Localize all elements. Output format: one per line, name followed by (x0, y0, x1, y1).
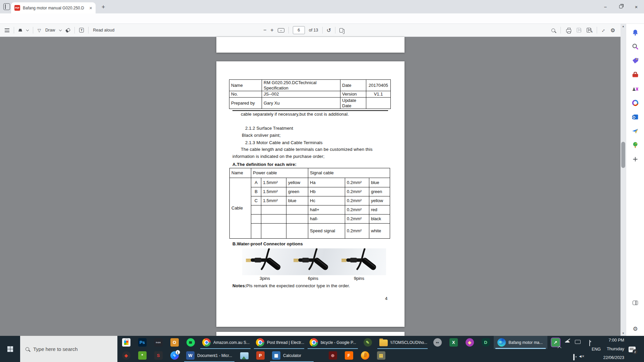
excel-taskbar-button[interactable]: X (445, 336, 462, 349)
toolbar-divider (288, 27, 289, 34)
scrollbar-thumb[interactable] (621, 142, 625, 168)
rotate-icon[interactable]: ↺ (327, 27, 331, 34)
window-minimize-button[interactable]: − (598, 0, 613, 13)
firefox-taskbar-button[interactable] (357, 349, 373, 362)
page-number-input[interactable]: 6 (293, 26, 305, 34)
sidebar-toolbox-icon[interactable] (631, 71, 639, 79)
sticky-notes-taskbar-button[interactable]: ▤ (373, 349, 389, 362)
zoom-in-icon[interactable]: + (270, 27, 273, 33)
sidebar-search-icon[interactable] (631, 43, 639, 51)
tray-display-cast-icon[interactable] (575, 340, 581, 344)
tray-notification-center-icon[interactable]: 2 (629, 347, 636, 352)
sidebar-drop-paper-plane-icon[interactable] (631, 127, 639, 135)
sidebar-notifications-bell-icon[interactable] (631, 28, 639, 37)
chrome-window-post-thread-taskbar-button[interactable]: Post thread | Electr... (252, 336, 306, 349)
highlighter-chevron-icon[interactable] (26, 28, 29, 31)
eraser-icon[interactable] (65, 28, 71, 33)
purple-app-taskbar-button[interactable]: ◈ (462, 336, 478, 349)
fusion360-icon: F (345, 351, 353, 360)
highlighter-icon[interactable] (18, 29, 22, 32)
read-aloud-button[interactable]: Read aloud (93, 28, 114, 33)
fusion360-taskbar-button[interactable]: F (341, 349, 357, 362)
sidebar-microsoft365-icon[interactable] (631, 99, 639, 107)
tray-clock-time[interactable]: 7:00 PM (602, 338, 624, 343)
connector-options-heading: B.Water-proof Connector options (232, 241, 303, 246)
outlook-classic-taskbar-button[interactable]: O (166, 336, 182, 349)
photoshop-taskbar-button[interactable]: Ps (134, 336, 150, 349)
red-s-app-taskbar-button[interactable]: S (150, 349, 166, 362)
draw-button[interactable]: Draw (45, 28, 55, 33)
table-of-contents-icon[interactable] (5, 28, 9, 32)
draw-chevron-icon[interactable] (59, 28, 62, 31)
sidebar-games-chess-icon[interactable]: ♟♜ (631, 85, 639, 93)
spotify-taskbar-button[interactable]: ≋ (182, 336, 199, 349)
tray-language-label[interactable]: ENG (592, 347, 601, 352)
scroll-up-arrow-icon[interactable]: ▲ (621, 24, 626, 29)
browser-tab-active[interactable]: PDF Bafang motor manual G020.250.D × (11, 2, 96, 13)
red-gem-app-taskbar-button[interactable]: ◆ (118, 349, 134, 362)
save-icon[interactable] (577, 28, 581, 33)
save-as-icon[interactable]: ✎ (587, 28, 591, 33)
microsoft-store-taskbar-button[interactable] (118, 336, 134, 349)
windows-taskbar: Type here to search PsnoxO≋Amazon.com.au… (0, 336, 644, 362)
chrome-window-amazon-taskbar-button[interactable]: Amazon.com.au S... (199, 336, 252, 349)
taskbar-search-box[interactable]: Type here to search (20, 336, 117, 362)
calculator-window-taskbar-button[interactable]: ▦Calculator (268, 349, 315, 362)
start-button[interactable] (0, 336, 20, 362)
fullscreen-expand-icon[interactable]: ↕ (601, 27, 606, 33)
tray-onedrive-paused-icon[interactable]: ☁ (565, 338, 570, 344)
spec-table-cell: Prepared by (229, 98, 262, 109)
zoom-out-icon[interactable]: − (263, 27, 266, 33)
messenger-taskbar-button[interactable]: ϟ1 (166, 349, 182, 362)
nox-player-taskbar-button[interactable]: nox (150, 336, 166, 349)
powerpoint-taskbar-button[interactable]: P (252, 349, 268, 362)
cable-table-cell (261, 215, 286, 224)
tray-clock-date[interactable]: 22/06/2023 (600, 355, 624, 360)
word-window-document1-taskbar-button[interactable]: WDocument1 - Micr... (182, 349, 236, 362)
cable-table-cell: blue (286, 196, 308, 205)
cable-table-cell (286, 224, 308, 239)
green-pen-app-taskbar-button[interactable]: ✎ (360, 336, 376, 349)
search-document-icon[interactable] (551, 28, 555, 32)
section-2-1-3-heading: 2.1.3 Motor Cable and Cable Terminals (245, 140, 323, 145)
document-scrollbar[interactable]: ▲ ▼ (621, 24, 626, 336)
window-controls: − × (598, 0, 644, 13)
draw-pen-icon[interactable]: ▽ (38, 28, 41, 33)
taskbar-button-label: Document1 - Micr... (197, 353, 232, 358)
fit-to-width-icon[interactable]: ↔ (278, 28, 284, 33)
add-text-icon[interactable]: T (79, 28, 84, 33)
pdf-settings-gear-icon[interactable]: ⚙ (610, 27, 615, 34)
file-explorer-tomscloud-taskbar-button[interactable]: \\TOMSCLOUD\ho... (376, 336, 429, 349)
window-close-button[interactable]: × (629, 0, 644, 13)
sidebar-shopping-tag-icon[interactable] (631, 57, 639, 65)
edge-window-bafang-taskbar-button[interactable]: Bafang motor ma... (494, 336, 547, 349)
sidebar-settings-gear-icon[interactable]: ⚙ (631, 325, 639, 333)
chrome-window-bicycle-taskbar-button[interactable]: bicycle - Google P... (306, 336, 360, 349)
tab-close-icon[interactable]: × (89, 5, 92, 10)
cable-table-cell (251, 215, 261, 224)
tab-actions-menu-icon[interactable] (3, 3, 10, 10)
splashtop-taskbar-button[interactable]: * (134, 349, 150, 362)
dashlane-taskbar-button[interactable]: D (478, 336, 494, 349)
tray-clock-day[interactable]: Thursday (602, 347, 624, 351)
sidebar-add-plus-icon[interactable] (631, 155, 639, 163)
sidebar-outlook-icon[interactable] (631, 113, 639, 121)
taskbar-button-label: Amazon.com.au S... (213, 340, 250, 345)
sidebar-panel-toggle-icon[interactable] (631, 299, 639, 307)
cad-app-taskbar-button[interactable]: ⊕ (325, 349, 341, 362)
window-restore-button[interactable] (613, 0, 629, 13)
new-tab-button[interactable]: + (100, 3, 107, 11)
tray-wifi-icon[interactable] (573, 354, 575, 360)
tray-battery-icon[interactable] (589, 340, 590, 346)
pdf-document-area[interactable]: NameRM G020.250.DCTechnical Specificatio… (0, 37, 621, 336)
cable-table-body: NamePower cableSignal cableCableA1.5mm²y… (230, 168, 390, 239)
print-icon[interactable] (566, 29, 571, 33)
tray-volume-muted-icon[interactable]: ◄× (578, 354, 584, 359)
robot-app-taskbar-button[interactable]: •• (429, 336, 445, 349)
sidebar-tree-icon[interactable] (631, 141, 639, 149)
page-view-icon[interactable] (339, 28, 343, 33)
photos-app-taskbar-button[interactable] (236, 349, 252, 362)
chart-app-taskbar-button[interactable]: ↗ (547, 336, 564, 349)
scroll-down-arrow-icon[interactable]: ▼ (621, 331, 626, 336)
file-explorer-tomscloud-icon (379, 340, 388, 346)
